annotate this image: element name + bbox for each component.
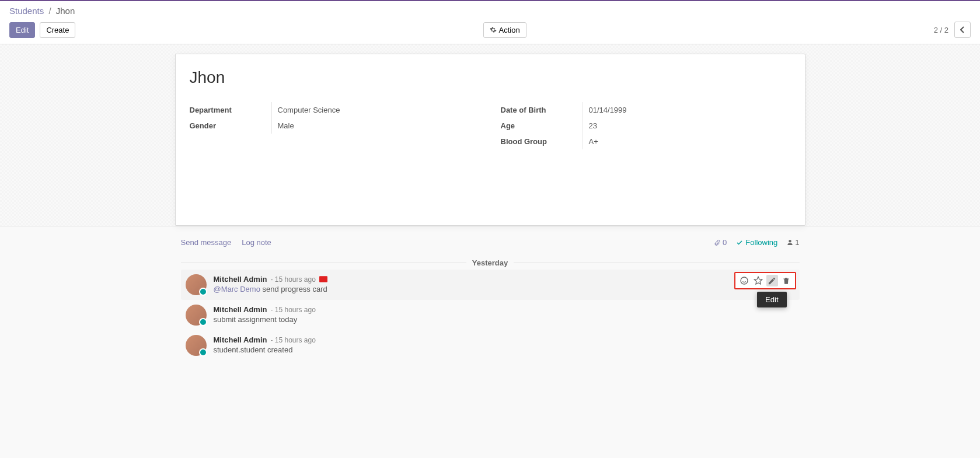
star-icon[interactable] bbox=[752, 275, 764, 286]
check-icon bbox=[736, 239, 743, 246]
message: Mitchell Admin- 15 hours agosubmit assig… bbox=[181, 300, 800, 330]
message-body: submit assignment today bbox=[214, 315, 795, 324]
message-actions bbox=[734, 272, 796, 289]
pager-prev-button[interactable] bbox=[954, 22, 971, 38]
user-icon bbox=[787, 239, 793, 246]
field-row: Age23 bbox=[501, 118, 791, 134]
field-value: 01/14/1999 bbox=[583, 102, 791, 118]
action-dropdown[interactable]: Action bbox=[483, 22, 526, 38]
create-button[interactable]: Create bbox=[40, 22, 75, 38]
field-row: GenderMale bbox=[190, 118, 480, 134]
date-separator: Yesterday bbox=[466, 258, 514, 267]
envelope-icon[interactable] bbox=[319, 276, 327, 282]
message: Mitchell Admin- 15 hours ago@Marc Demo s… bbox=[181, 270, 800, 300]
message-time: - 15 hours ago bbox=[270, 306, 315, 314]
message-author[interactable]: Mitchell Admin bbox=[214, 275, 267, 284]
message-body: @Marc Demo send progress card bbox=[214, 285, 795, 293]
field-row: Blood GroupA+ bbox=[501, 134, 791, 149]
message-time: - 15 hours ago bbox=[270, 275, 315, 284]
breadcrumb-root[interactable]: Students bbox=[9, 6, 44, 16]
following-button[interactable]: Following bbox=[736, 238, 777, 247]
message-body: student.student created bbox=[214, 345, 795, 354]
page-title: Jhon bbox=[190, 68, 791, 87]
svg-point-0 bbox=[741, 277, 748, 284]
trash-icon[interactable] bbox=[780, 275, 792, 286]
pager-counter: 2 / 2 bbox=[934, 26, 948, 34]
gear-icon bbox=[490, 26, 497, 33]
breadcrumb: Students / Jhon bbox=[9, 6, 971, 16]
field-label: Blood Group bbox=[501, 134, 583, 149]
avatar[interactable] bbox=[186, 305, 207, 326]
following-label: Following bbox=[745, 238, 777, 247]
pencil-icon[interactable] bbox=[766, 275, 778, 286]
field-label: Date of Birth bbox=[501, 102, 583, 118]
field-value: Male bbox=[271, 118, 480, 134]
field-label: Gender bbox=[190, 118, 271, 134]
message-author[interactable]: Mitchell Admin bbox=[214, 305, 267, 314]
field-row: Date of Birth01/14/1999 bbox=[501, 102, 791, 118]
followers-button[interactable]: 1 bbox=[787, 238, 799, 247]
followers-count: 1 bbox=[795, 238, 799, 247]
field-value: Computer Science bbox=[271, 102, 480, 118]
edit-button[interactable]: Edit bbox=[9, 22, 35, 38]
attachments-count: 0 bbox=[723, 238, 727, 247]
field-row: DepartmentComputer Science bbox=[190, 102, 480, 118]
field-value: A+ bbox=[583, 134, 791, 149]
send-message-button[interactable]: Send message bbox=[181, 238, 232, 247]
smiley-icon[interactable] bbox=[738, 275, 750, 286]
field-label: Age bbox=[501, 118, 583, 134]
field-label: Department bbox=[190, 102, 271, 118]
breadcrumb-separator: / bbox=[46, 6, 53, 16]
field-value: 23 bbox=[583, 118, 791, 134]
message-time: - 15 hours ago bbox=[270, 336, 315, 344]
log-note-button[interactable]: Log note bbox=[242, 238, 271, 247]
breadcrumb-current: Jhon bbox=[56, 6, 75, 16]
message: Mitchell Admin- 15 hours agostudent.stud… bbox=[181, 330, 800, 361]
mention[interactable]: @Marc Demo bbox=[214, 285, 260, 293]
attachments-button[interactable]: 0 bbox=[714, 238, 727, 247]
avatar[interactable] bbox=[186, 274, 207, 295]
avatar[interactable] bbox=[186, 335, 207, 356]
paperclip-icon bbox=[714, 239, 721, 246]
action-label: Action bbox=[499, 26, 520, 34]
message-author[interactable]: Mitchell Admin bbox=[214, 335, 267, 344]
record-sheet: Jhon DepartmentComputer ScienceGenderMal… bbox=[175, 54, 805, 226]
